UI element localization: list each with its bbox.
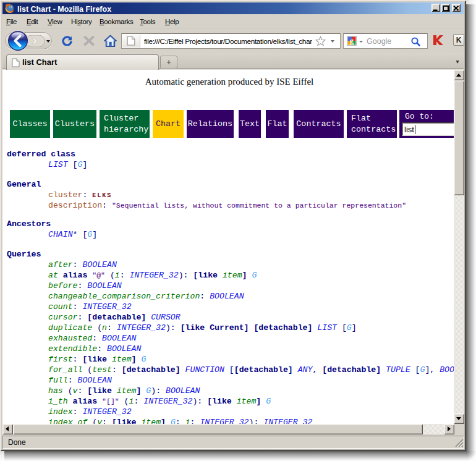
svg-text:g: g [350, 36, 354, 45]
